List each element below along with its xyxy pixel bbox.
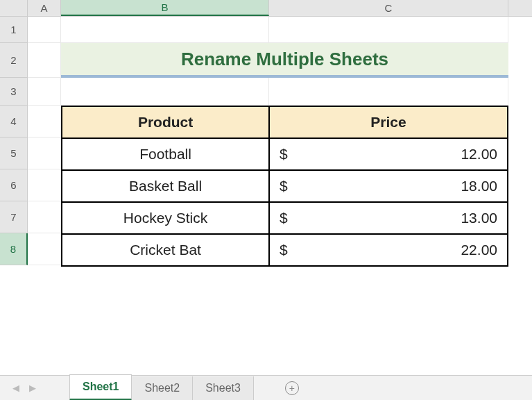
row-3: 3	[0, 78, 532, 106]
row-header-8[interactable]: 8	[0, 233, 28, 265]
cell-a8[interactable]	[28, 233, 61, 265]
tab-spacer	[49, 376, 69, 400]
product-cell[interactable]: Basket Ball	[62, 170, 269, 202]
cell-a2[interactable]	[28, 43, 61, 78]
row-header-2[interactable]: 2	[0, 43, 28, 78]
price-cell[interactable]: $ 13.00	[269, 202, 508, 234]
currency-symbol: $	[277, 146, 288, 162]
row-header-1[interactable]: 1	[0, 17, 28, 43]
row-1: 1	[0, 17, 532, 43]
product-cell[interactable]: Cricket Bat	[62, 234, 269, 266]
select-all-corner[interactable]	[0, 0, 28, 16]
row-header-3[interactable]: 3	[0, 78, 28, 106]
price-value: 13.00	[461, 210, 500, 226]
cell-a7[interactable]	[28, 201, 61, 233]
currency-symbol: $	[277, 242, 288, 258]
header-price[interactable]: Price	[269, 106, 508, 138]
price-cell[interactable]: $ 18.00	[269, 170, 508, 202]
column-header-a[interactable]: A	[28, 0, 61, 16]
cell-a6[interactable]	[28, 169, 61, 201]
sheet-tab-bar: ◀ ▶ Sheet1 Sheet2 Sheet3 +	[0, 375, 532, 400]
nav-prev-icon[interactable]: ◀	[12, 383, 19, 393]
cell-a4[interactable]	[28, 106, 61, 138]
table-row: Football $ 12.00	[62, 138, 508, 170]
price-value: 22.00	[461, 242, 500, 258]
sheet-tab-sheet3[interactable]: Sheet3	[193, 376, 254, 400]
tab-navigation: ◀ ▶	[0, 376, 49, 400]
plus-icon: +	[285, 381, 299, 395]
cell-c1[interactable]	[269, 17, 508, 43]
currency-symbol: $	[277, 210, 288, 226]
product-cell[interactable]: Football	[62, 138, 269, 170]
table-header-row: Product Price	[62, 106, 508, 138]
product-cell[interactable]: Hockey Stick	[62, 202, 269, 234]
column-header-c[interactable]: C	[269, 0, 508, 16]
sheet-tab-sheet2[interactable]: Sheet2	[132, 376, 193, 400]
cell-c3[interactable]	[269, 78, 508, 106]
table-row: Basket Ball $ 18.00	[62, 170, 508, 202]
cell-a5[interactable]	[28, 138, 61, 169]
column-header-b[interactable]: B	[61, 0, 269, 16]
page-title: Rename Multiple Sheets	[61, 43, 508, 78]
add-sheet-button[interactable]: +	[275, 376, 309, 400]
data-table: Product Price Football $ 12.00 Basket Ba…	[61, 106, 508, 267]
table-row: Cricket Bat $ 22.00	[62, 234, 508, 266]
cell-a3[interactable]	[28, 78, 61, 106]
row-header-6[interactable]: 6	[0, 169, 28, 201]
sheet-tab-sheet1[interactable]: Sheet1	[69, 374, 132, 400]
table-row: Hockey Stick $ 13.00	[62, 202, 508, 234]
row-header-4[interactable]: 4	[0, 106, 28, 138]
cell-a1[interactable]	[28, 17, 61, 43]
price-value: 18.00	[461, 178, 500, 194]
price-value: 12.00	[461, 146, 500, 162]
row-header-5[interactable]: 5	[0, 138, 28, 169]
sheet-tabs: Sheet1 Sheet2 Sheet3	[69, 376, 254, 400]
currency-symbol: $	[277, 178, 288, 194]
header-product[interactable]: Product	[62, 106, 269, 138]
column-headers: A B C	[0, 0, 532, 17]
cell-b3[interactable]	[61, 78, 269, 106]
price-cell[interactable]: $ 12.00	[269, 138, 508, 170]
row-header-7[interactable]: 7	[0, 201, 28, 233]
price-cell[interactable]: $ 22.00	[269, 234, 508, 266]
nav-next-icon[interactable]: ▶	[29, 383, 36, 393]
cell-b1[interactable]	[61, 17, 269, 43]
